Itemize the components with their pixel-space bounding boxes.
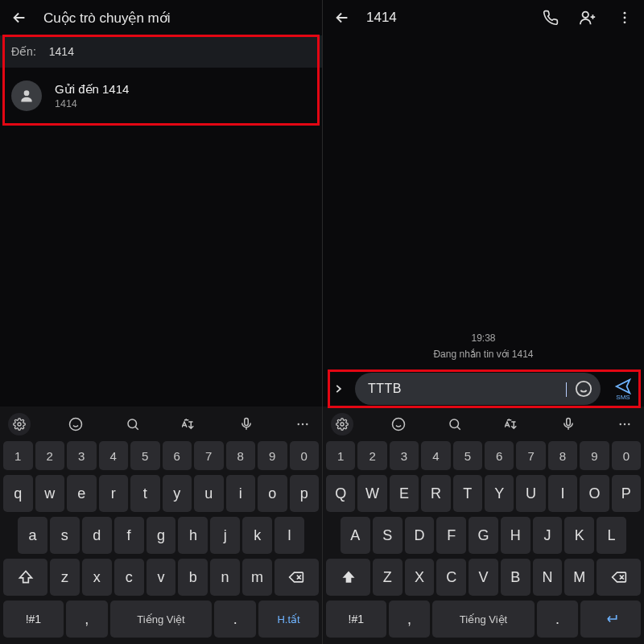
key-q[interactable]: q [326, 475, 355, 512]
key-u[interactable]: u [516, 475, 545, 512]
key-b[interactable]: b [501, 559, 530, 596]
more-icon[interactable] [291, 413, 314, 436]
comma-key[interactable]: , [389, 601, 431, 638]
key-l[interactable]: l [597, 517, 626, 554]
key-n[interactable]: n [210, 559, 240, 596]
key-g[interactable]: g [147, 517, 176, 554]
mic-icon[interactable] [557, 413, 580, 436]
key-3[interactable]: 3 [390, 441, 419, 470]
key-l[interactable]: l [275, 517, 304, 554]
key-h[interactable]: h [501, 517, 530, 554]
key-s[interactable]: s [50, 517, 80, 554]
key-q[interactable]: q [3, 475, 33, 512]
key-2[interactable]: 2 [35, 441, 65, 470]
smile-icon[interactable] [64, 413, 87, 436]
gear-icon[interactable] [8, 413, 31, 436]
send-button[interactable]: SMS [607, 373, 639, 405]
key-x[interactable]: x [405, 559, 435, 596]
key-o[interactable]: o [258, 475, 287, 512]
key-h[interactable]: h [178, 517, 208, 554]
key-t[interactable]: t [453, 475, 482, 512]
key-k[interactable]: k [564, 517, 594, 554]
key-b[interactable]: b [178, 559, 208, 596]
key-n[interactable]: n [533, 559, 563, 596]
key-m[interactable]: m [242, 559, 272, 596]
key-d[interactable]: d [405, 517, 435, 554]
shift-key[interactable] [326, 559, 370, 596]
key-t[interactable]: t [130, 475, 160, 512]
key-9[interactable]: 9 [258, 441, 287, 470]
key-f[interactable]: f [436, 517, 466, 554]
phone-icon[interactable] [538, 5, 564, 31]
key-f[interactable]: f [114, 517, 144, 554]
key-8[interactable]: 8 [226, 441, 256, 470]
key-a[interactable]: a [18, 517, 47, 554]
key-o[interactable]: o [580, 475, 609, 512]
key-z[interactable]: z [50, 559, 80, 596]
key-j[interactable]: j [533, 517, 563, 554]
key-8[interactable]: 8 [548, 441, 577, 470]
smile-icon[interactable] [387, 413, 410, 436]
translate-icon[interactable] [501, 413, 523, 436]
key-v[interactable]: v [469, 559, 498, 596]
key-j[interactable]: j [210, 517, 240, 554]
recipient-field[interactable]: Đến: 1414 [0, 35, 322, 68]
key-9[interactable]: 9 [580, 441, 609, 470]
gear-icon[interactable] [331, 413, 353, 436]
search-icon[interactable] [122, 413, 144, 436]
symbols-key[interactable]: !#1 [326, 601, 386, 638]
language-key[interactable]: Tiếng Việt [432, 601, 534, 638]
back-icon[interactable] [6, 5, 32, 31]
key-3[interactable]: 3 [67, 441, 97, 470]
key-4[interactable]: 4 [99, 441, 129, 470]
key-p[interactable]: p [290, 475, 320, 512]
key-u[interactable]: u [194, 475, 224, 512]
search-icon[interactable] [444, 413, 466, 436]
backspace-key[interactable] [597, 559, 641, 596]
contact-suggestion[interactable]: Gửi đến 1414 1414 [0, 68, 322, 124]
key-2[interactable]: 2 [357, 441, 386, 470]
period-key[interactable]: . [537, 601, 579, 638]
symbols-key[interactable]: !#1 [3, 601, 64, 638]
key-i[interactable]: i [226, 475, 256, 512]
key-d[interactable]: d [82, 517, 112, 554]
key-p[interactable]: p [612, 475, 641, 512]
key-z[interactable]: z [373, 559, 402, 596]
expand-icon[interactable] [328, 374, 349, 404]
comma-key[interactable]: , [66, 601, 108, 638]
key-g[interactable]: g [469, 517, 498, 554]
key-e[interactable]: e [67, 475, 97, 512]
key-m[interactable]: m [564, 559, 594, 596]
key-y[interactable]: y [485, 475, 514, 512]
key-5[interactable]: 5 [130, 441, 160, 470]
key-6[interactable]: 6 [485, 441, 514, 470]
key-0[interactable]: 0 [612, 441, 641, 470]
key-7[interactable]: 7 [194, 441, 224, 470]
more-icon[interactable] [613, 413, 636, 436]
key-v[interactable]: v [147, 559, 176, 596]
shift-key[interactable] [3, 559, 47, 596]
key-k[interactable]: k [242, 517, 272, 554]
done-key[interactable]: H.tất [258, 601, 319, 638]
key-0[interactable]: 0 [290, 441, 320, 470]
key-w[interactable]: w [35, 475, 65, 512]
language-key[interactable]: Tiếng Việt [110, 601, 213, 638]
key-1[interactable]: 1 [3, 441, 33, 470]
enter-key[interactable] [580, 601, 641, 638]
key-a[interactable]: a [341, 517, 370, 554]
key-e[interactable]: e [390, 475, 419, 512]
mic-icon[interactable] [235, 413, 258, 436]
key-r[interactable]: r [421, 475, 450, 512]
key-4[interactable]: 4 [421, 441, 450, 470]
key-7[interactable]: 7 [516, 441, 545, 470]
backspace-key[interactable] [275, 559, 319, 596]
key-1[interactable]: 1 [326, 441, 355, 470]
key-6[interactable]: 6 [163, 441, 192, 470]
key-w[interactable]: w [357, 475, 386, 512]
key-r[interactable]: r [99, 475, 129, 512]
key-c[interactable]: c [436, 559, 466, 596]
translate-icon[interactable] [178, 413, 200, 436]
back-icon[interactable] [329, 5, 355, 31]
key-5[interactable]: 5 [453, 441, 482, 470]
key-x[interactable]: x [82, 559, 112, 596]
